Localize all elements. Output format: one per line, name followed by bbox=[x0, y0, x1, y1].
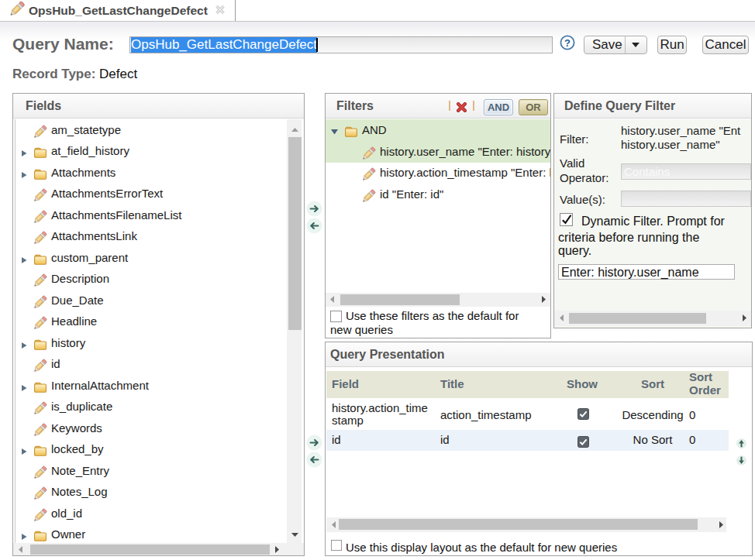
svg-text:?: ? bbox=[564, 37, 571, 49]
